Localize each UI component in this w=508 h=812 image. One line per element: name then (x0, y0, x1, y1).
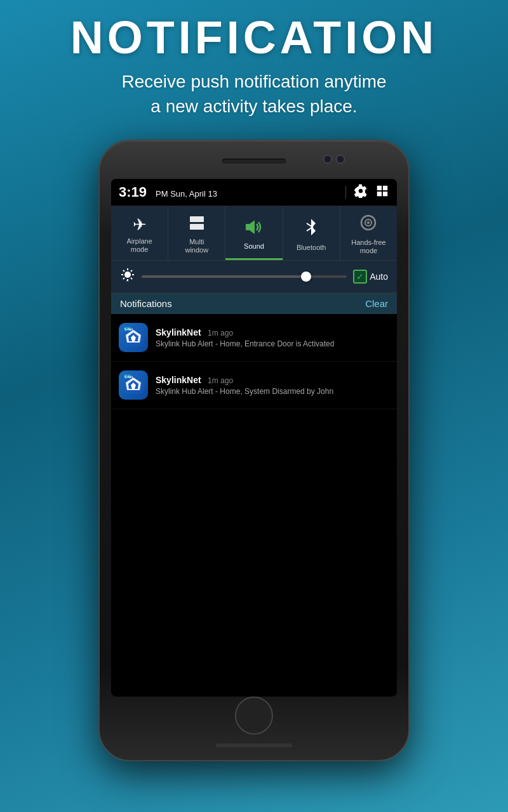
airplane-label: Airplanemode (126, 237, 152, 254)
svg-line-13 (131, 270, 132, 272)
auto-label: Auto (370, 272, 388, 282)
multi-window-button[interactable]: Multiwindow (168, 206, 225, 260)
phone-speaker (222, 159, 286, 164)
notification-list: S-Net SkylinkNet 1m ago Skylink Hub Aler… (111, 314, 397, 409)
notifications-header: Notifications Clear (111, 293, 397, 314)
multi-window-icon (189, 215, 205, 235)
svg-text:A: A (126, 278, 129, 282)
svg-line-14 (123, 278, 124, 279)
page-title: NOTIFICATION (0, 13, 508, 63)
phone-mockup: 3:19 PM Sun, April 13 (98, 140, 410, 761)
status-divider (345, 186, 346, 199)
phone-home-button[interactable] (235, 697, 273, 735)
svg-rect-0 (190, 216, 204, 222)
handsfree-icon (359, 214, 377, 236)
bluetooth-icon (303, 218, 319, 241)
notification-app-icon-1: S-Net (119, 323, 148, 352)
phone-camera-right (336, 155, 345, 164)
notification-app-name-2: SkylinkNet (156, 375, 201, 385)
svg-rect-1 (190, 224, 204, 230)
empty-notification-area (111, 409, 397, 638)
notification-content-1: SkylinkNet 1m ago Skylink Hub Alert - Ho… (156, 327, 389, 348)
phone-camera-left (323, 155, 332, 164)
sound-button[interactable]: Sound (225, 206, 283, 260)
page-subtitle: Receive push notification anytimea new a… (0, 69, 508, 119)
notification-message-1: Skylink Hub Alert - Home, Entrance Door … (156, 339, 389, 348)
quick-settings-bar: ✈ Airplanemode Multiwindow (111, 206, 397, 261)
status-period-date: PM Sun, April 13 (156, 189, 217, 199)
skylink-logo-icon-2: S-Net (122, 372, 145, 398)
airplane-icon: ✈ (133, 215, 147, 235)
notifications-title: Notifications (120, 298, 172, 309)
phone-screen: 3:19 PM Sun, April 13 (111, 179, 397, 697)
brightness-icon: A (120, 267, 135, 286)
airplane-mode-button[interactable]: ✈ Airplanemode (111, 206, 168, 260)
svg-point-5 (367, 221, 370, 224)
status-bar: 3:19 PM Sun, April 13 (111, 179, 397, 206)
bluetooth-button[interactable]: Bluetooth (283, 206, 340, 260)
brightness-thumb (301, 272, 311, 282)
top-text-area: NOTIFICATION Receive push notification a… (0, 13, 508, 119)
svg-marker-2 (246, 220, 255, 234)
handsfree-button[interactable]: Hands-freemode (340, 206, 397, 260)
skylink-logo-icon: S-Net (122, 325, 145, 350)
notification-item-1[interactable]: S-Net SkylinkNet 1m ago Skylink Hub Aler… (111, 314, 397, 362)
clear-button[interactable]: Clear (365, 298, 388, 309)
handsfree-label: Hands-freemode (351, 239, 385, 255)
notification-time-2: 1m ago (208, 376, 233, 385)
brightness-row: A ✓ Auto (111, 261, 397, 293)
brightness-slider[interactable] (142, 275, 347, 278)
multi-window-label: Multiwindow (185, 238, 208, 254)
phone-bottom-bar (216, 743, 292, 747)
status-time: 3:19 (119, 184, 147, 200)
brightness-fill (142, 275, 306, 278)
sound-label: Sound (244, 242, 264, 251)
phone-body: 3:19 PM Sun, April 13 (98, 140, 410, 761)
auto-checkbox: ✓ (353, 270, 367, 284)
svg-line-12 (131, 278, 132, 279)
svg-point-6 (124, 272, 131, 278)
notification-time-1: 1m ago (208, 329, 233, 337)
svg-text:S-Net: S-Net (124, 327, 133, 331)
svg-text:S-Net: S-Net (124, 375, 133, 379)
grid-icon[interactable] (375, 184, 389, 200)
notification-app-name-1: SkylinkNet (156, 327, 201, 337)
settings-icon[interactable] (354, 184, 368, 200)
notification-content-2: SkylinkNet 1m ago Skylink Hub Alert - Ho… (156, 374, 389, 396)
status-icons (345, 184, 389, 200)
sound-icon (244, 219, 264, 240)
notification-app-icon-2: S-Net (119, 370, 148, 400)
bluetooth-label: Bluetooth (297, 244, 326, 252)
notification-item-2[interactable]: S-Net SkylinkNet 1m ago Skylink Hub Aler… (111, 362, 397, 409)
auto-brightness-toggle[interactable]: ✓ Auto (353, 270, 388, 284)
notification-message-2: Skylink Hub Alert - Home, System Disarme… (156, 387, 389, 396)
svg-line-11 (123, 270, 124, 272)
